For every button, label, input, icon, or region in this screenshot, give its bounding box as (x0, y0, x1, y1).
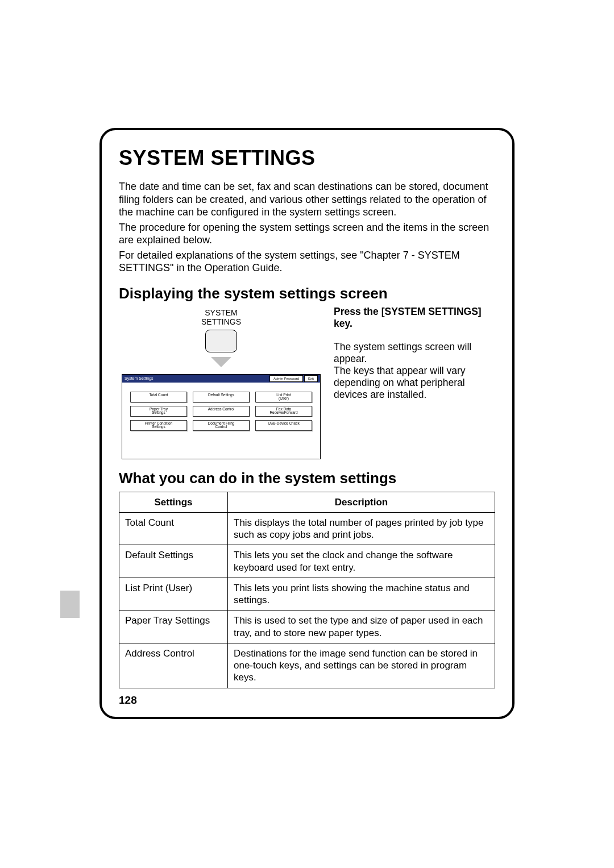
screen-body: Total Count Default Settings List Print … (122, 383, 320, 437)
table-row: List Print (User) This lets you print li… (119, 578, 495, 610)
screen-btn-paper-tray: Paper Tray Settings (130, 406, 187, 417)
page-title: SYSTEM SETTINGS (119, 146, 495, 170)
intro-paragraph-2: The procedure for opening the system set… (119, 221, 495, 247)
content-frame: SYSTEM SETTINGS The date and time can be… (99, 128, 515, 719)
screen-btn-usb-device-check: USB-Device Check (255, 420, 312, 431)
section-heading-whatyoucan: What you can do in the system settings (119, 470, 495, 487)
setting-description: This lets you print lists showing the ma… (228, 578, 495, 610)
screen-btn-total-count: Total Count (130, 392, 187, 402)
arrow-down-icon (211, 357, 231, 367)
screen-btn-document-filing: Document Filing Control (193, 420, 250, 431)
admin-password-button: Admin Password (269, 375, 303, 382)
screen-btn-default-settings: Default Settings (193, 392, 250, 402)
col-header-settings: Settings (119, 492, 228, 512)
key-and-screen-figure: SYSTEM SETTINGS System Settings Admin Pa… (119, 306, 323, 459)
intro-paragraph-1: The date and time can be set, fax and sc… (119, 180, 495, 219)
page-number: 128 (119, 694, 495, 707)
key-label: SYSTEM SETTINGS (201, 308, 241, 326)
setting-description: Destinations for the image send function… (228, 643, 495, 688)
key-label-line1: SYSTEM (205, 308, 238, 317)
screen-btn-list-print: List Print (User) (255, 392, 312, 402)
screen-header: System Settings Admin Password Exit (122, 375, 320, 383)
screen-header-title: System Settings (125, 376, 154, 380)
system-settings-screen-mock: System Settings Admin Password Exit Tota… (122, 374, 321, 459)
press-key-instruction: Press the [SYSTEM SETTINGS] key. (334, 306, 495, 330)
setting-description: This is used to set the type and size of… (228, 610, 495, 643)
instruction-column: Press the [SYSTEM SETTINGS] key. The sys… (334, 306, 495, 401)
setting-description: This lets you set the clock and change t… (228, 545, 495, 578)
setting-name: Default Settings (119, 545, 228, 578)
table-row: Total Count This displays the total numb… (119, 512, 495, 545)
setting-name: Total Count (119, 512, 228, 545)
col-header-description: Description (228, 492, 495, 512)
screen-btn-address-control: Address Control (193, 406, 250, 417)
intro-paragraph-3: For detailed explanations of the system … (119, 249, 495, 275)
setting-name: Paper Tray Settings (119, 610, 228, 643)
thumb-index-tab (60, 591, 80, 618)
setting-description: This displays the total number of pages … (228, 512, 495, 545)
table-row: Default Settings This lets you set the c… (119, 545, 495, 578)
table-row: Address Control Destinations for the ima… (119, 643, 495, 688)
setting-name: List Print (User) (119, 578, 228, 610)
setting-name: Address Control (119, 643, 228, 688)
exit-button: Exit (304, 375, 318, 382)
system-settings-key-icon (205, 330, 237, 352)
screen-btn-printer-condition: Printer Condition Settings (130, 420, 187, 431)
instruction-p1: The system settings screen will appear. (334, 341, 495, 365)
key-label-line2: SETTINGS (201, 317, 241, 326)
instruction-p2: The keys that appear will vary depending… (334, 365, 495, 401)
table-row: Paper Tray Settings This is used to set … (119, 610, 495, 643)
section-heading-displaying: Displaying the system settings screen (119, 285, 495, 302)
screen-btn-fax-data: Fax Data Receive/Forward (255, 406, 312, 417)
settings-table: Settings Description Total Count This di… (119, 492, 495, 688)
